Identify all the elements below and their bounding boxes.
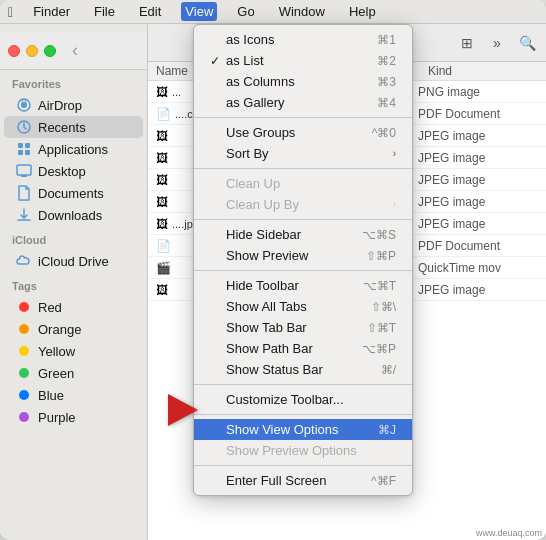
- menu-item-use-groups[interactable]: Use Groups ^⌘0: [194, 122, 412, 143]
- apple-menu[interactable]: : [8, 4, 13, 20]
- sidebar-item-desktop[interactable]: Desktop: [4, 160, 143, 182]
- file-kind: PDF Document: [418, 107, 538, 121]
- shortcut-view-options: ⌘J: [378, 423, 396, 437]
- menu-item-hide-sidebar[interactable]: Hide Sidebar ⌥⌘S: [194, 224, 412, 245]
- menu-view[interactable]: View: [181, 2, 217, 21]
- menu-item-show-path-bar[interactable]: Show Path Bar ⌥⌘P: [194, 338, 412, 359]
- menu-item-enter-full-screen[interactable]: Enter Full Screen ^⌘F: [194, 470, 412, 491]
- sidebar-item-downloads[interactable]: Downloads: [4, 204, 143, 226]
- svg-rect-6: [25, 150, 30, 155]
- airdrop-icon: [16, 97, 32, 113]
- sidebar-item-purple[interactable]: Purple: [4, 406, 143, 428]
- kind-column-header: Kind: [428, 64, 538, 78]
- label-use-groups: Use Groups: [226, 125, 364, 140]
- svg-rect-7: [17, 165, 31, 175]
- icloud-drive-label: iCloud Drive: [38, 254, 109, 269]
- sidebar-item-green[interactable]: Green: [4, 362, 143, 384]
- shortcut-path-bar: ⌥⌘P: [362, 342, 396, 356]
- label-show-status-bar: Show Status Bar: [226, 362, 373, 377]
- submenu-arrow-cleanup: ›: [393, 199, 396, 210]
- menu-go[interactable]: Go: [233, 2, 258, 21]
- file-icon: 📄: [156, 239, 171, 253]
- menu-file[interactable]: File: [90, 2, 119, 21]
- label-as-list: as List: [226, 53, 369, 68]
- label-hide-toolbar: Hide Toolbar: [226, 278, 355, 293]
- label-customize-toolbar: Customize Toolbar...: [226, 392, 388, 407]
- shortcut-use-groups: ^⌘0: [372, 126, 396, 140]
- sidebar-item-documents[interactable]: Documents: [4, 182, 143, 204]
- sidebar-item-red[interactable]: Red: [4, 296, 143, 318]
- separator-5: [194, 384, 412, 385]
- sidebar-toolbar: ‹: [0, 32, 147, 70]
- menu-item-as-gallery[interactable]: as Gallery ⌘4: [194, 92, 412, 113]
- more-button[interactable]: »: [486, 32, 508, 54]
- menu-item-show-preview-options[interactable]: Show Preview Options: [194, 440, 412, 461]
- menu-window[interactable]: Window: [275, 2, 329, 21]
- blue-tag-icon: [16, 387, 32, 403]
- menu-item-show-tab-bar[interactable]: Show Tab Bar ⇧⌘T: [194, 317, 412, 338]
- menu-finder[interactable]: Finder: [29, 2, 74, 21]
- menu-item-show-view-options[interactable]: Show View Options ⌘J: [194, 419, 412, 440]
- file-kind: JPEG image: [418, 129, 538, 143]
- green-tag-icon: [16, 365, 32, 381]
- file-kind: JPEG image: [418, 151, 538, 165]
- file-kind: JPEG image: [418, 173, 538, 187]
- file-kind: JPEG image: [418, 195, 538, 209]
- menu-item-as-list[interactable]: ✓ as List ⌘2: [194, 50, 412, 71]
- menu-item-as-columns[interactable]: as Columns ⌘3: [194, 71, 412, 92]
- airdrop-label: AirDrop: [38, 98, 82, 113]
- shortcut-fullscreen: ^⌘F: [371, 474, 396, 488]
- back-button[interactable]: ‹: [64, 40, 86, 62]
- green-tag-label: Green: [38, 366, 74, 381]
- menu-item-show-all-tabs[interactable]: Show All Tabs ⇧⌘\: [194, 296, 412, 317]
- file-icon: 🖼: [156, 283, 168, 297]
- purple-tag-icon: [16, 409, 32, 425]
- menu-item-show-preview[interactable]: Show Preview ⇧⌘P: [194, 245, 412, 266]
- file-icon: 🖼: [156, 151, 168, 165]
- red-tag-label: Red: [38, 300, 62, 315]
- sidebar-item-icloud[interactable]: iCloud Drive: [4, 250, 143, 272]
- label-show-tab-bar: Show Tab Bar: [226, 320, 359, 335]
- sidebar-item-blue[interactable]: Blue: [4, 384, 143, 406]
- sidebar-item-airdrop[interactable]: AirDrop: [4, 94, 143, 116]
- menu-item-as-icons[interactable]: as Icons ⌘1: [194, 29, 412, 50]
- maximize-button[interactable]: [44, 45, 56, 57]
- blue-tag-label: Blue: [38, 388, 64, 403]
- file-kind: PDF Document: [418, 239, 538, 253]
- view-options-button[interactable]: ⊞: [456, 32, 478, 54]
- orange-tag-icon: [16, 321, 32, 337]
- icloud-icon: [16, 253, 32, 269]
- label-show-view-options: Show View Options: [226, 422, 370, 437]
- minimize-button[interactable]: [26, 45, 38, 57]
- sidebar-item-applications[interactable]: Applications: [4, 138, 143, 160]
- documents-icon: [16, 185, 32, 201]
- svg-rect-8: [21, 175, 27, 177]
- label-as-gallery: as Gallery: [226, 95, 369, 110]
- desktop-label: Desktop: [38, 164, 86, 179]
- menu-item-customize-toolbar[interactable]: Customize Toolbar...: [194, 389, 412, 410]
- label-as-columns: as Columns: [226, 74, 369, 89]
- shortcut-tab-bar: ⇧⌘T: [367, 321, 396, 335]
- shortcut-status-bar: ⌘/: [381, 363, 396, 377]
- menu-help[interactable]: Help: [345, 2, 380, 21]
- menu-item-sort-by[interactable]: Sort By ›: [194, 143, 412, 164]
- menu-item-hide-toolbar[interactable]: Hide Toolbar ⌥⌘T: [194, 275, 412, 296]
- shortcut-hide-sidebar: ⌥⌘S: [362, 228, 396, 242]
- sidebar-item-yellow[interactable]: Yellow: [4, 340, 143, 362]
- label-enter-full-screen: Enter Full Screen: [226, 473, 363, 488]
- file-kind: QuickTime mov: [418, 261, 538, 275]
- sidebar: ‹ Favorites AirDrop: [0, 24, 148, 540]
- sidebar-item-recents[interactable]: Recents: [4, 116, 143, 138]
- file-kind: JPEG image: [418, 217, 538, 231]
- menu-item-clean-up[interactable]: Clean Up: [194, 173, 412, 194]
- label-show-preview-options: Show Preview Options: [226, 443, 388, 458]
- search-button[interactable]: 🔍: [516, 32, 538, 54]
- favorites-label: Favorites: [0, 70, 147, 94]
- svg-rect-4: [25, 143, 30, 148]
- menu-item-clean-up-by[interactable]: Clean Up By ›: [194, 194, 412, 215]
- sidebar-item-orange[interactable]: Orange: [4, 318, 143, 340]
- menu-item-show-status-bar[interactable]: Show Status Bar ⌘/: [194, 359, 412, 380]
- close-button[interactable]: [8, 45, 20, 57]
- recents-label: Recents: [38, 120, 86, 135]
- menu-edit[interactable]: Edit: [135, 2, 165, 21]
